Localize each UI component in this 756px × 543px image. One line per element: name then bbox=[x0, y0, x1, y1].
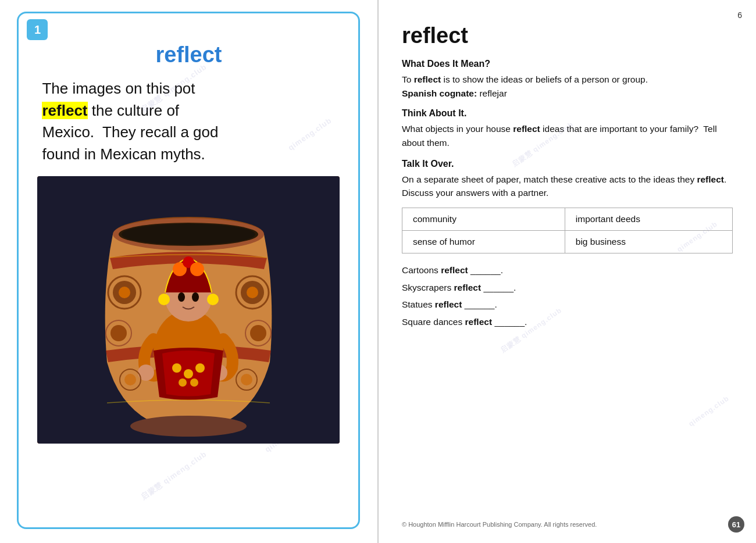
svg-point-32 bbox=[124, 374, 136, 385]
page-number-bottom: 61 bbox=[728, 516, 744, 533]
table-cell-community: community bbox=[402, 208, 565, 231]
svg-point-30 bbox=[250, 325, 266, 341]
svg-point-13 bbox=[207, 294, 219, 305]
svg-point-18 bbox=[195, 363, 205, 373]
svg-point-17 bbox=[184, 369, 193, 378]
svg-point-28 bbox=[110, 325, 127, 341]
watermark-7: 启蒙慧 qimeng.club bbox=[139, 449, 209, 502]
svg-point-34 bbox=[241, 374, 252, 385]
svg-point-23 bbox=[119, 287, 130, 298]
section-heading-meaning: What Does It Mean? bbox=[402, 59, 733, 69]
think-body: What objects in your house reflect ideas… bbox=[402, 122, 733, 149]
section-heading-think: Think About It. bbox=[402, 108, 733, 119]
left-page: 1 启蒙慧 qimeng.club qimeng.club 启蒙慧 qimeng… bbox=[0, 0, 377, 543]
fill-in-section: Cartoons reflect ______. Skyscrapers ref… bbox=[402, 262, 733, 330]
svg-point-12 bbox=[158, 294, 170, 305]
talk-body: On a separate sheet of paper, match thes… bbox=[402, 173, 733, 200]
vocabulary-card: 1 启蒙慧 qimeng.club qimeng.club 启蒙慧 qimeng… bbox=[17, 12, 360, 529]
fill-in-cartoons: Cartoons reflect ______. bbox=[402, 262, 733, 278]
right-page: 6 启蒙慧 qimeng.club qimeng.club 启蒙慧 qimeng… bbox=[379, 0, 756, 543]
page-number-top: 6 bbox=[737, 10, 742, 20]
svg-point-11 bbox=[192, 292, 199, 302]
mayan-pot-image bbox=[37, 176, 340, 444]
table-cell-big-business: big business bbox=[565, 231, 732, 253]
card-number: 1 bbox=[27, 19, 48, 40]
right-page-title: reflect bbox=[402, 23, 733, 48]
svg-point-9 bbox=[190, 262, 204, 276]
table-row-2: sense of humor big business bbox=[402, 231, 732, 253]
table-row-1: community important deeds bbox=[402, 208, 732, 231]
card-body-text: The images on this pot reflect the cultu… bbox=[36, 78, 341, 166]
svg-point-16 bbox=[172, 363, 181, 373]
section-heading-talk: Talk It Over. bbox=[402, 159, 733, 169]
fill-in-skyscrapers: Skyscrapers reflect ______. bbox=[402, 279, 733, 296]
fill-in-statues: Statues reflect ______. bbox=[402, 296, 733, 313]
svg-point-26 bbox=[247, 287, 258, 298]
copyright-notice: © Houghton Mifflin Harcourt Publishing C… bbox=[402, 521, 597, 528]
spanish-cognate: Spanish cognate: reflejar bbox=[402, 88, 733, 99]
fill-in-square-dances: Square dances reflect ______. bbox=[402, 313, 733, 330]
table-cell-sense-of-humor: sense of humor bbox=[402, 231, 565, 253]
vocabulary-table: community important deeds sense of humor… bbox=[402, 208, 733, 253]
watermark-r4: qimeng.club bbox=[687, 394, 731, 428]
svg-point-35 bbox=[122, 224, 255, 245]
card-title: reflect bbox=[155, 42, 222, 67]
table-cell-important-deeds: important deeds bbox=[565, 208, 732, 231]
svg-point-10 bbox=[178, 292, 185, 302]
svg-point-4 bbox=[130, 416, 247, 437]
svg-point-20 bbox=[190, 378, 198, 387]
svg-point-19 bbox=[179, 378, 187, 387]
highlighted-word: reflect bbox=[42, 102, 87, 119]
meaning-body: To reflect is to show the ideas or belie… bbox=[402, 73, 733, 86]
